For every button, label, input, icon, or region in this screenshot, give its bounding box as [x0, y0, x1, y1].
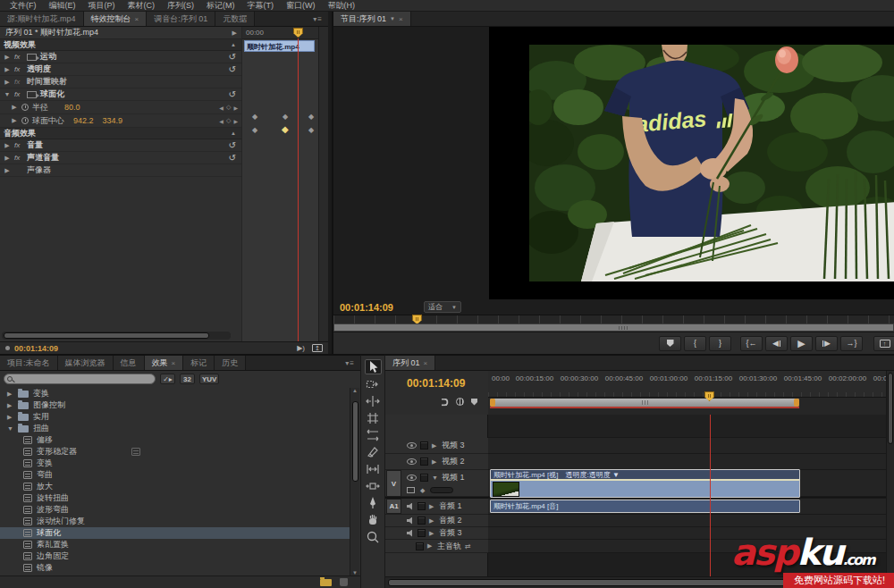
delete-icon[interactable]: [340, 578, 348, 586]
effect-bend[interactable]: 弯曲: [0, 469, 350, 481]
timeline-timecode[interactable]: 00:01:14:09: [407, 377, 465, 390]
toggle-animation-icon[interactable]: [21, 104, 29, 111]
effect-spherize-selected[interactable]: 球面化: [0, 527, 350, 539]
param-row-radius[interactable]: ▶ 半径 80.0 ◀◇▶: [0, 101, 241, 114]
timeline-ruler[interactable]: 00:00 00:00:15:00 00:00:30:00 00:00:45:0…: [488, 371, 886, 398]
video-clip[interactable]: 顺时针加花.mp4 [视]透明度:透明度 ▼: [490, 469, 800, 498]
audio-clip[interactable]: 顺时针加花.mp4 [音]: [490, 500, 800, 513]
panel-menu-icon[interactable]: ▾≡: [308, 12, 328, 26]
mark-in-button[interactable]: {: [684, 336, 706, 351]
eye-icon[interactable]: [407, 475, 417, 481]
fx-badge-icon[interactable]: fx: [14, 90, 23, 98]
tab-effects[interactable]: 效果×: [145, 356, 184, 370]
collapse-icon[interactable]: ▲: [231, 42, 236, 47]
effect-row-channel-volume[interactable]: ▶ fx 声道音量 ↺: [0, 152, 241, 164]
menu-sequence[interactable]: 序列(S): [161, 0, 200, 12]
collapse-icon[interactable]: ▲: [231, 130, 236, 136]
effect-rolling-shutter[interactable]: 滚动快门修复: [0, 516, 350, 527]
twirl-icon[interactable]: ▶: [4, 155, 11, 162]
prev-keyframe-icon[interactable]: ◀: [219, 118, 224, 124]
speaker-icon[interactable]: [407, 503, 414, 510]
lock-toggle[interactable]: [420, 474, 428, 482]
twirl-icon[interactable]: ▶: [4, 79, 11, 86]
lock-toggle[interactable]: [420, 441, 428, 449]
close-icon[interactable]: ×: [172, 359, 176, 367]
speaker-icon[interactable]: [407, 530, 414, 537]
add-keyframe-icon[interactable]: ◇: [226, 104, 231, 111]
add-marker-button[interactable]: [659, 336, 681, 351]
fx-badge-icon[interactable]: fx: [14, 53, 23, 61]
effect-row-opacity[interactable]: ▶ fx 透明度 ↺: [0, 63, 241, 76]
lock-toggle[interactable]: [417, 529, 426, 537]
video1-target-badge[interactable]: V: [386, 470, 401, 497]
tab-sequence-01[interactable]: 序列 01×: [385, 356, 435, 370]
tab-source-monitor[interactable]: 源:顺时针加花.mp4: [0, 12, 84, 26]
mini-timeruler[interactable]: 00:00: [242, 27, 318, 39]
menu-marker[interactable]: 标记(M): [200, 0, 241, 12]
rate-stretch-tool[interactable]: [365, 427, 382, 442]
twirl-icon[interactable]: ▼: [4, 91, 11, 97]
effects-scrollbar[interactable]: ▲▼: [350, 388, 359, 575]
new-custom-bin-icon[interactable]: [320, 579, 332, 586]
next-keyframe-icon[interactable]: ▶: [233, 118, 238, 124]
keyframe-diamond[interactable]: ◆: [308, 113, 314, 121]
goto-in-button[interactable]: {←: [740, 336, 763, 351]
menu-title[interactable]: 字幕(T): [241, 0, 281, 12]
effect-row-motion[interactable]: ▶ fx 运动 ↺: [0, 51, 241, 63]
fx-badge-icon[interactable]: fx: [14, 154, 23, 162]
radius-value[interactable]: 80.0: [64, 103, 80, 112]
search-input[interactable]: [4, 374, 156, 384]
bin-utility[interactable]: ▶实用: [0, 411, 350, 423]
lane-video2[interactable]: [488, 454, 886, 470]
lift-button[interactable]: ↑: [873, 336, 894, 351]
bin-image-control[interactable]: ▶图像控制: [0, 399, 350, 411]
horizontal-scrollbar[interactable]: [2, 332, 231, 340]
close-icon[interactable]: ×: [399, 15, 403, 23]
slide-tool[interactable]: [365, 478, 382, 493]
lane-audio2[interactable]: [488, 515, 886, 527]
clip-name-chip[interactable]: 顺时针加花.mp4: [244, 40, 315, 52]
set-display-style-icon[interactable]: [407, 487, 415, 493]
clip-effect-badge[interactable]: 透明度:透明度 ▼: [565, 470, 619, 479]
toggle-animation-icon[interactable]: [21, 117, 29, 124]
zoom-tool[interactable]: [365, 529, 382, 544]
fx-badge-icon[interactable]: fx: [14, 65, 23, 73]
pen-tool[interactable]: [365, 495, 382, 510]
keyframe-diamond[interactable]: ◆: [283, 113, 288, 121]
effect-controls-timeline[interactable]: 00:00 顺时针加花.mp4 ◆ ◆ ◆ ◆ ◆ ◆: [241, 27, 318, 341]
effect-warp-stabilizer[interactable]: 变形稳定器: [0, 446, 350, 458]
track-select-tool[interactable]: [365, 376, 382, 391]
mark-out-button[interactable]: }: [709, 336, 731, 351]
param-row-sphere-center[interactable]: ▶ 球面中心 942.2 334.9 ◀◇▶: [0, 114, 241, 128]
menu-file[interactable]: 文件(F): [4, 0, 43, 12]
current-timecode[interactable]: 00:01:14:09: [14, 344, 58, 353]
effect-magnify[interactable]: 放大: [0, 481, 350, 492]
keyframe-style-pill[interactable]: [430, 487, 453, 493]
slip-tool[interactable]: [365, 461, 382, 476]
lock-toggle[interactable]: [417, 502, 426, 510]
reset-icon[interactable]: ↺: [229, 52, 236, 62]
effect-mirror[interactable]: 镜像: [0, 562, 350, 574]
32bit-filter-button[interactable]: 32: [180, 374, 195, 384]
accelerated-effects-button[interactable]: ✓▸: [160, 374, 175, 384]
snap-icon[interactable]: [442, 398, 449, 406]
track-header-video3[interactable]: ▶视频 3: [385, 438, 488, 454]
center-x-value[interactable]: 942.2: [73, 116, 94, 125]
twirl-icon[interactable]: ▶: [4, 167, 11, 174]
video-effects-section[interactable]: 视频效果▲: [0, 39, 241, 51]
program-scrollbar[interactable]: [333, 323, 894, 332]
keyframe-diamond[interactable]: ◆: [308, 127, 314, 134]
timeline-settings-icon[interactable]: [456, 398, 464, 406]
next-keyframe-icon[interactable]: ▶: [233, 105, 238, 111]
step-back-button[interactable]: ◀: [765, 336, 788, 351]
effect-row-volume[interactable]: ▶ fx 音量 ↺: [0, 139, 241, 152]
close-icon[interactable]: ×: [135, 15, 139, 23]
tab-project[interactable]: 项目:未命名: [0, 356, 58, 370]
add-keyframe-icon[interactable]: ◇: [226, 117, 231, 124]
goto-out-button[interactable]: →}: [840, 336, 863, 351]
effect-row-spherize[interactable]: ▼ fx 球面化 ↺: [0, 88, 241, 101]
track-header-audio3[interactable]: ▶音频 3: [385, 527, 488, 540]
work-area-bar[interactable]: [490, 399, 799, 407]
twirl-icon[interactable]: ▶: [11, 117, 18, 124]
effect-turbulent-displace[interactable]: 紊乱置换: [0, 539, 350, 550]
